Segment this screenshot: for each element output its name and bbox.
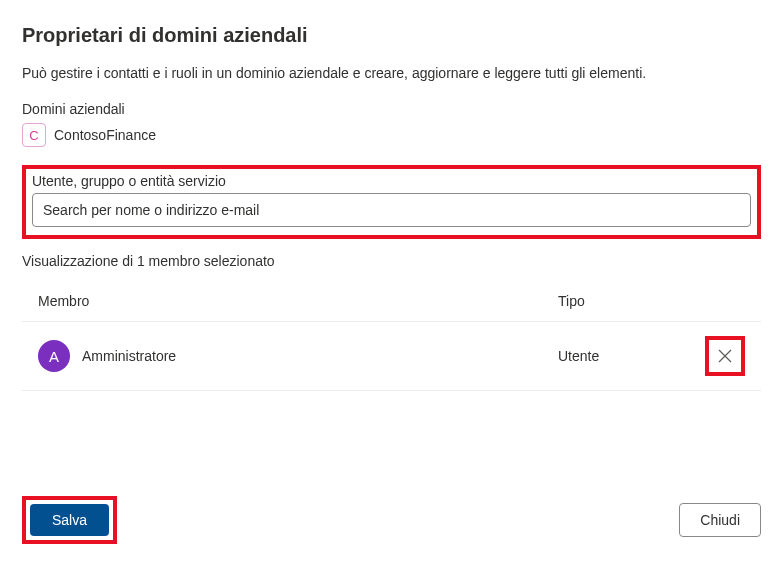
save-highlight-box: Salva — [22, 496, 117, 544]
domain-chip[interactable]: C ContosoFinance — [22, 123, 156, 147]
page-title: Proprietari di domini aziendali — [22, 24, 761, 47]
dialog-footer: Salva Chiudi — [22, 496, 761, 544]
remove-member-button[interactable] — [711, 342, 739, 370]
member-type: Utente — [558, 348, 705, 364]
member-name: Amministratore — [82, 348, 176, 364]
selected-count-text: Visualizzazione di 1 membro selezionato — [22, 253, 761, 269]
column-header-member: Membro — [38, 293, 558, 309]
member-cell: A Amministratore — [38, 340, 558, 372]
close-icon — [717, 348, 733, 364]
save-button[interactable]: Salva — [30, 504, 109, 536]
table-header: Membro Tipo — [22, 285, 761, 322]
search-input[interactable] — [32, 193, 751, 227]
table-row[interactable]: A Amministratore Utente — [22, 322, 761, 391]
members-table: Membro Tipo A Amministratore Utente — [22, 285, 761, 391]
avatar: A — [38, 340, 70, 372]
search-highlight-box: Utente, gruppo o entità servizio — [22, 165, 761, 239]
domain-section-label: Domini aziendali — [22, 101, 761, 117]
domain-chip-name: ContosoFinance — [54, 127, 156, 143]
domain-chip-icon: C — [22, 123, 46, 147]
remove-highlight-box — [705, 336, 745, 376]
close-button[interactable]: Chiudi — [679, 503, 761, 537]
description-text: Può gestire i contatti e i ruoli in un d… — [22, 65, 761, 81]
search-label: Utente, gruppo o entità servizio — [32, 173, 751, 189]
column-header-type: Tipo — [558, 293, 745, 309]
